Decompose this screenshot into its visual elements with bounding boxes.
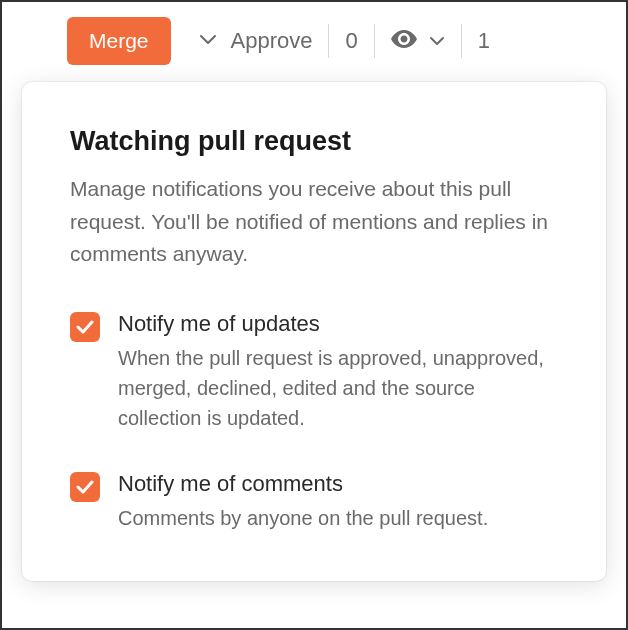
divider (461, 24, 462, 58)
check-icon (76, 320, 94, 334)
eye-icon (391, 30, 417, 52)
option-description: When the pull request is approved, unapp… (118, 343, 558, 433)
watching-popover: Watching pull request Manage notificatio… (22, 82, 606, 581)
watch-count: 1 (478, 28, 490, 54)
divider (328, 24, 329, 58)
chevron-down-icon[interactable] (199, 32, 217, 50)
divider (374, 24, 375, 58)
option-comments: Notify me of comments Comments by anyone… (70, 471, 558, 533)
approve-button[interactable]: Approve (231, 28, 313, 54)
chevron-down-icon (429, 32, 445, 50)
popover-title: Watching pull request (70, 126, 558, 157)
toolbar: Merge Approve 0 1 (2, 2, 626, 80)
merge-button[interactable]: Merge (67, 17, 171, 65)
option-content: Notify me of comments Comments by anyone… (118, 471, 558, 533)
option-updates: Notify me of updates When the pull reque… (70, 311, 558, 433)
popover-description: Manage notifications you receive about t… (70, 173, 558, 271)
check-icon (76, 480, 94, 494)
checkbox-updates[interactable] (70, 312, 100, 342)
option-content: Notify me of updates When the pull reque… (118, 311, 558, 433)
watch-dropdown[interactable] (391, 30, 445, 52)
option-title: Notify me of updates (118, 311, 558, 337)
option-title: Notify me of comments (118, 471, 558, 497)
approve-group: Approve (199, 28, 313, 54)
checkbox-comments[interactable] (70, 472, 100, 502)
approve-count: 0 (345, 28, 357, 54)
option-description: Comments by anyone on the pull request. (118, 503, 558, 533)
